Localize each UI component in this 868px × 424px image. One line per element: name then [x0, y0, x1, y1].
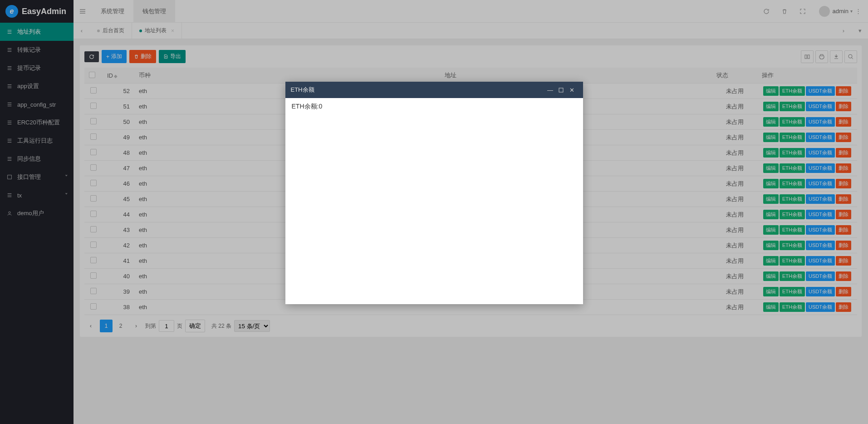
modal-maximize-button[interactable]: [556, 88, 567, 93]
modal-dialog: ETH余额 — ✕ ETH余额:0: [285, 82, 583, 304]
modal-title: ETH余额: [291, 86, 314, 94]
modal-body: ETH余额:0: [285, 98, 583, 304]
modal-header[interactable]: ETH余额 — ✕: [285, 82, 583, 98]
modal-minimize-button[interactable]: —: [545, 87, 556, 94]
modal-close-button[interactable]: ✕: [567, 87, 578, 94]
modal-body-text: ETH余额:0: [292, 103, 323, 110]
maximize-icon: [559, 88, 564, 93]
svg-rect-5: [559, 88, 563, 92]
modal-overlay[interactable]: ETH余额 — ✕ ETH余额:0: [0, 0, 868, 424]
